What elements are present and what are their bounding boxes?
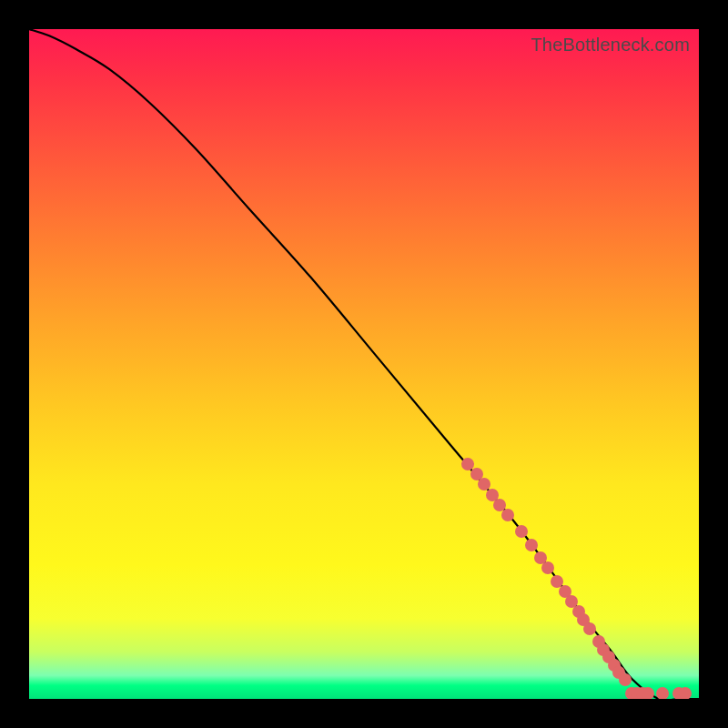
data-marker <box>656 687 669 699</box>
data-marker <box>515 525 528 538</box>
data-marker <box>679 687 692 699</box>
data-marker <box>583 622 596 635</box>
chart-stage: TheBottleneck.com <box>0 0 728 728</box>
data-marker <box>501 509 514 521</box>
curve-svg <box>29 29 699 699</box>
bottleneck-curve-path <box>29 29 699 699</box>
data-marker <box>642 687 654 699</box>
data-marker <box>525 539 538 551</box>
plot-area: TheBottleneck.com <box>29 29 699 699</box>
